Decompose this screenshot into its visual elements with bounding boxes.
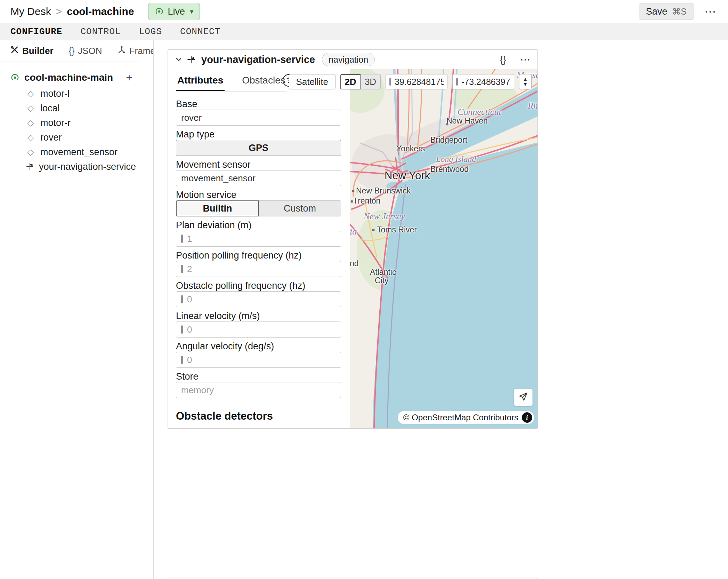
- card-more-icon[interactable]: ⋯: [520, 54, 531, 65]
- map-attribution: © OpenStreetMap Contributors i: [398, 411, 534, 424]
- save-label: Save: [646, 6, 668, 17]
- linear-velocity-input[interactable]: [187, 324, 336, 335]
- store-label: Store: [176, 371, 341, 382]
- tree-item-label: local: [40, 103, 60, 114]
- field-movement-sensor: Movement sensor: [176, 159, 341, 186]
- tab-obstacles[interactable]: Obstacles: [241, 75, 287, 91]
- window-more-icon[interactable]: ⋯: [704, 6, 716, 17]
- coordinate-stepper[interactable]: ▲ ▼: [519, 74, 532, 89]
- navigation-map[interactable]: MassacRhodConnecticutNew HavenBridgeport…: [350, 69, 537, 428]
- mode-builder[interactable]: Builder: [10, 46, 54, 56]
- position-polling-label: Position polling frequency (hz): [176, 250, 341, 261]
- tree-item-label: rover: [40, 132, 62, 143]
- map-label: City: [375, 276, 389, 285]
- position-polling-input[interactable]: [187, 264, 336, 275]
- motion-builtin-option[interactable]: Builtin: [176, 200, 259, 216]
- map-label: Long Island: [436, 154, 476, 164]
- movement-sensor-label: Movement sensor: [176, 159, 341, 170]
- field-motion-service: Motion service Builtin Custom: [176, 189, 341, 216]
- number-drag-handle[interactable]: [181, 265, 183, 273]
- map-label: Rhod: [528, 101, 537, 111]
- tree-item-your-navigation-service[interactable]: your-navigation-service: [10, 159, 132, 174]
- number-drag-handle[interactable]: [389, 78, 391, 86]
- collapse-chevron-icon[interactable]: [175, 56, 183, 63]
- motion-service-segmented: Builtin Custom: [176, 200, 341, 216]
- tab-connect[interactable]: CONNECT: [180, 26, 220, 37]
- map-label: New Jersey: [364, 211, 405, 222]
- obstacle-detectors-heading: Obstacle detectors: [176, 410, 341, 422]
- angular-velocity-input[interactable]: [187, 355, 336, 365]
- tree-item-motor-l[interactable]: ◇motor-l: [10, 86, 132, 101]
- tree-root-label: cool-machine-main: [24, 72, 113, 83]
- save-button[interactable]: Save ⌘S: [639, 3, 694, 20]
- view-2d-button[interactable]: 2D: [340, 74, 361, 89]
- field-linear-velocity: Linear velocity (m/s): [176, 310, 341, 338]
- map-labels: MassacRhodConnecticutNew HavenBridgeport…: [350, 69, 537, 428]
- satellite-toggle-button[interactable]: Satellite: [289, 74, 336, 89]
- map-label: Bridgeport: [430, 135, 467, 145]
- latitude-field: [386, 74, 447, 89]
- number-drag-handle[interactable]: [181, 356, 183, 364]
- mode-frame-label: Frame: [129, 46, 155, 56]
- panel-resize-handle[interactable]: [153, 40, 154, 579]
- recenter-map-button[interactable]: [514, 389, 533, 406]
- number-drag-handle[interactable]: [181, 235, 183, 243]
- card-header: your-navigation-service navigation {} ⋯: [168, 50, 537, 69]
- map-type-gps-button[interactable]: GPS: [176, 140, 341, 156]
- number-drag-handle[interactable]: [456, 78, 458, 86]
- number-drag-handle[interactable]: [181, 325, 183, 334]
- add-component-icon[interactable]: +: [126, 72, 132, 83]
- plan-deviation-label: Plan deviation (m): [176, 220, 341, 231]
- obstacle-polling-input[interactable]: [187, 294, 336, 305]
- top-bar: My Desk > cool-machine Live ▾ Save ⌘S ⋯: [0, 0, 728, 23]
- step-down-icon: ▼: [523, 82, 528, 87]
- card-tabs: Attributes Obstacles: [176, 75, 286, 92]
- live-status-dropdown[interactable]: Live ▾: [148, 3, 200, 20]
- component-diamond-icon: ◇: [26, 147, 35, 157]
- sidebar-mode-toolbar: Builder {} JSON Frame: [0, 40, 141, 62]
- attribution-text[interactable]: © OpenStreetMap Contributors: [403, 413, 518, 422]
- map-label: New York: [385, 169, 430, 182]
- breadcrumb-separator: >: [56, 6, 62, 17]
- save-shortcut: ⌘S: [672, 7, 687, 17]
- motion-custom-option[interactable]: Custom: [259, 200, 341, 216]
- tab-logs[interactable]: LOGS: [139, 26, 162, 37]
- latitude-input[interactable]: [395, 77, 444, 87]
- mode-json[interactable]: {} JSON: [69, 46, 102, 56]
- tools-icon: [10, 46, 19, 56]
- tree-item-label: your-navigation-service: [39, 161, 136, 172]
- plan-deviation-input[interactable]: [187, 233, 336, 244]
- map-label: Atlantic: [370, 268, 396, 277]
- primary-nav: CONFIGURE CONTROL LOGS CONNECT: [0, 23, 728, 40]
- card-title: your-navigation-service: [201, 54, 315, 65]
- longitude-input[interactable]: [461, 77, 510, 87]
- info-icon[interactable]: i: [522, 412, 532, 423]
- base-label: Base: [176, 98, 341, 110]
- raw-json-icon[interactable]: {}: [500, 54, 506, 65]
- motion-service-label: Motion service: [176, 189, 341, 200]
- tab-configure[interactable]: CONFIGURE: [10, 26, 62, 37]
- tree-root-machine[interactable]: cool-machine-main +: [10, 70, 132, 86]
- base-input[interactable]: [181, 112, 336, 123]
- config-sidebar: Builder {} JSON Frame: [0, 40, 141, 579]
- mode-frame[interactable]: Frame: [118, 46, 155, 56]
- movement-sensor-input[interactable]: [181, 173, 336, 184]
- tree-item-movement_sensor[interactable]: ◇movement_sensor: [10, 145, 132, 159]
- navigation-service-icon: [187, 55, 196, 64]
- store-input[interactable]: [181, 385, 336, 396]
- component-diamond-icon: ◇: [26, 89, 35, 98]
- service-type-badge: navigation: [322, 53, 375, 66]
- tab-control[interactable]: CONTROL: [80, 26, 121, 37]
- view-dimension-toggle: 2D 3D: [340, 74, 381, 89]
- obstacle-polling-label: Obstacle polling frequency (hz): [176, 280, 341, 291]
- mode-builder-label: Builder: [22, 46, 54, 56]
- view-3d-button[interactable]: 3D: [361, 74, 381, 89]
- tree-item-local[interactable]: ◇local: [10, 101, 132, 116]
- breadcrumb-root[interactable]: My Desk: [10, 6, 51, 17]
- number-drag-handle[interactable]: [181, 295, 183, 303]
- tree-item-motor-r[interactable]: ◇motor-r: [10, 116, 132, 130]
- field-base: Base: [176, 98, 341, 126]
- step-up-icon: ▲: [523, 77, 528, 82]
- tree-item-rover[interactable]: ◇rover: [10, 130, 132, 145]
- tab-attributes[interactable]: Attributes: [176, 75, 225, 91]
